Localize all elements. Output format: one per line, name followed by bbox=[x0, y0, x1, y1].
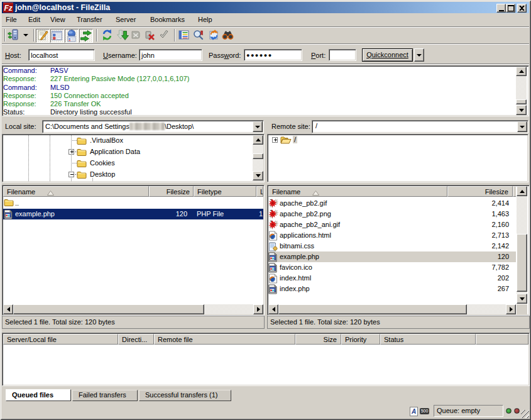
svg-text:Fz: Fz bbox=[4, 4, 13, 13]
